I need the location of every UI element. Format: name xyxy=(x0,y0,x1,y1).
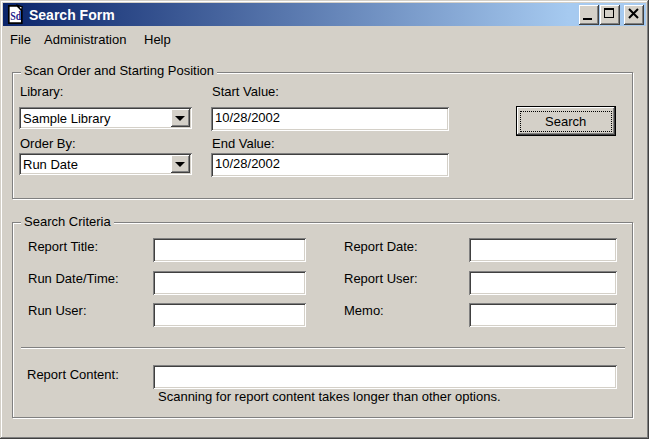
svg-text:Sd: Sd xyxy=(10,8,22,23)
